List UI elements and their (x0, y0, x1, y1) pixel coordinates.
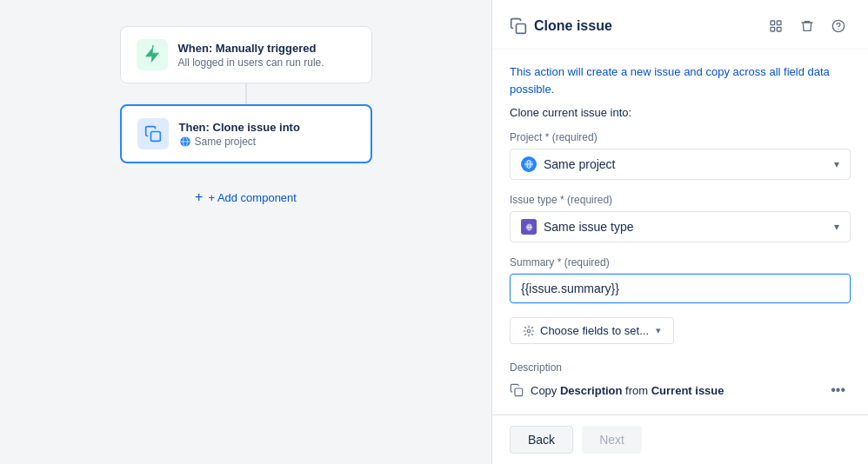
issue-type-select[interactable]: Same issue type ▾ (510, 211, 851, 242)
choose-fields-button[interactable]: Choose fields to set... ▾ (510, 317, 674, 344)
panel-footer: Back Next (492, 414, 868, 464)
description-copy-content: Copy Description from Current issue (510, 383, 724, 397)
svg-point-10 (838, 29, 838, 30)
copy-icon-description (510, 383, 524, 397)
svg-rect-4 (517, 24, 526, 34)
next-button[interactable]: Next (582, 426, 642, 454)
action-card[interactable]: Then: Clone issue into Same project (120, 104, 372, 163)
description-source-bold: Current issue (651, 384, 724, 397)
add-component-label: + Add component (208, 191, 297, 204)
trigger-title: When: Manually triggered (178, 42, 324, 55)
project-chevron-icon: ▾ (834, 158, 839, 170)
connector-line (245, 83, 247, 104)
svg-rect-0 (150, 132, 160, 142)
help-icon (831, 19, 845, 33)
summary-input[interactable] (510, 274, 851, 303)
description-label: Description (510, 361, 851, 374)
choose-fields-chevron: ▾ (656, 325, 661, 336)
choose-fields-label: Choose fields to set... (540, 324, 649, 337)
left-panel: When: Manually triggered All logged in u… (0, 0, 491, 464)
plus-icon: + (195, 189, 203, 205)
action-icon (137, 118, 169, 149)
svg-rect-18 (515, 388, 523, 396)
trigger-card[interactable]: When: Manually triggered All logged in u… (120, 26, 372, 83)
panel-title: Clone issue (534, 18, 612, 34)
panel-body: This action will create a new issue and … (492, 50, 868, 414)
trash-icon (800, 19, 814, 33)
back-button[interactable]: Back (510, 426, 573, 454)
project-select-value: Same project (521, 156, 615, 172)
trigger-subtitle: All logged in users can run rule. (178, 56, 324, 69)
right-panel: Clone issue (491, 0, 868, 464)
clone-issue-icon (510, 17, 527, 35)
clone-into-label: Clone current issue into: (510, 106, 851, 119)
project-globe-icon (521, 156, 537, 172)
globe-small-icon (179, 136, 191, 148)
issue-type-icon (521, 219, 537, 235)
trigger-card-content: When: Manually triggered All logged in u… (178, 42, 324, 69)
svg-rect-6 (777, 21, 781, 25)
svg-rect-8 (777, 27, 781, 31)
description-more-button[interactable]: ••• (825, 381, 851, 400)
add-component-button[interactable]: + + Add component (184, 184, 307, 210)
action-subtitle: Same project (179, 136, 300, 148)
svg-point-17 (527, 329, 531, 333)
svg-rect-7 (771, 27, 775, 31)
panel-header: Clone issue (492, 0, 868, 50)
issue-type-field-label: Issue type * (required) (510, 194, 851, 206)
summary-field-label: Summary * (required) (510, 256, 851, 268)
expand-icon (769, 19, 783, 33)
description-section: Description Copy Description from Curren… (510, 361, 851, 401)
header-actions (764, 14, 851, 38)
panel-title-container: Clone issue (510, 17, 612, 35)
description-bold: Description (560, 384, 623, 397)
settings-icon (523, 325, 535, 337)
window-icon-button[interactable] (764, 14, 788, 38)
svg-rect-5 (771, 21, 775, 25)
help-button[interactable] (826, 14, 851, 38)
description-copy-row: Copy Description from Current issue ••• (510, 379, 851, 401)
issue-type-select-value: Same issue type (521, 219, 634, 235)
project-select[interactable]: Same project ▾ (510, 149, 851, 180)
action-title: Then: Clone issue into (179, 121, 300, 134)
info-text: This action will create a new issue and … (510, 63, 851, 97)
delete-button[interactable] (795, 14, 819, 38)
issue-type-chevron-icon: ▾ (834, 221, 839, 233)
action-card-content: Then: Clone issue into Same project (179, 121, 300, 148)
trigger-icon (137, 39, 168, 70)
project-field-label: Project * (required) (510, 131, 851, 143)
